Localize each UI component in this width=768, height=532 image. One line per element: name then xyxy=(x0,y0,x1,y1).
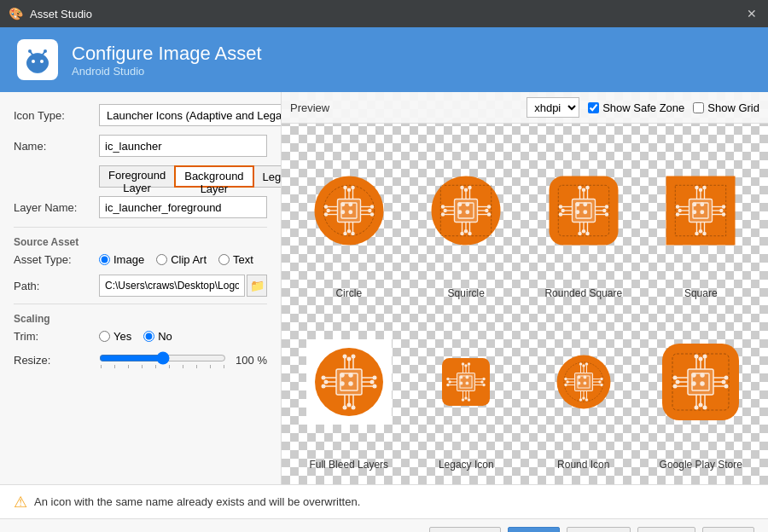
svg-point-216 xyxy=(579,363,583,367)
svg-point-192 xyxy=(480,381,484,385)
svg-point-70 xyxy=(458,211,462,214)
svg-point-67 xyxy=(487,212,492,217)
path-browse-button[interactable]: 📁 xyxy=(247,275,267,297)
background-layer-tab[interactable]: Background Layer xyxy=(174,165,253,188)
svg-point-126 xyxy=(678,209,683,213)
next-button[interactable]: Next xyxy=(508,527,560,533)
svg-point-191 xyxy=(447,384,451,387)
header-subtitle: Android Studio xyxy=(72,65,262,78)
svg-point-135 xyxy=(701,211,704,214)
preview-icon-name: Rounded Square xyxy=(544,287,622,299)
layer-name-input[interactable] xyxy=(99,196,267,218)
svg-point-189 xyxy=(449,381,452,385)
svg-point-71 xyxy=(466,211,469,214)
svg-point-124 xyxy=(695,232,700,236)
svg-point-152 xyxy=(346,357,351,361)
divider-1 xyxy=(14,227,267,228)
show-grid-checkbox[interactable]: Show Grid xyxy=(693,101,759,114)
svg-point-92 xyxy=(578,232,582,236)
trim-no[interactable]: No xyxy=(143,330,172,343)
svg-point-68 xyxy=(458,203,462,206)
svg-point-123 xyxy=(699,229,703,234)
svg-point-99 xyxy=(605,212,609,217)
trim-no-radio[interactable] xyxy=(143,331,154,342)
asset-type-text-radio[interactable] xyxy=(218,254,230,265)
density-select[interactable]: xhdpi xyxy=(527,97,579,118)
previous-button[interactable]: Previous xyxy=(429,527,502,533)
warning-text: An icon with the same name already exist… xyxy=(34,495,360,508)
svg-point-98 xyxy=(605,205,609,209)
svg-point-88 xyxy=(582,188,586,192)
preview-icon-wrap xyxy=(413,309,521,456)
trim-yes-radio[interactable] xyxy=(99,331,110,342)
svg-point-220 xyxy=(585,399,589,402)
resize-slider-wrap xyxy=(99,351,226,368)
svg-point-183 xyxy=(465,365,468,368)
resize-row: Resize: 100 % xyxy=(14,351,267,368)
svg-point-132 xyxy=(693,203,696,206)
preview-icon-wrap xyxy=(295,309,403,456)
asset-type-image[interactable]: Image xyxy=(99,253,144,266)
legacy-tab[interactable]: Legacy xyxy=(254,165,282,188)
svg-point-165 xyxy=(349,373,352,377)
tick xyxy=(183,365,183,368)
trim-yes[interactable]: Yes xyxy=(99,330,131,343)
svg-point-30 xyxy=(351,232,355,236)
svg-point-27 xyxy=(351,186,355,190)
app-icon: 🎨 xyxy=(9,7,23,20)
name-input[interactable] xyxy=(99,135,267,157)
preview-cell-full-bleed: Full Bleed Layers xyxy=(290,304,408,477)
svg-point-4 xyxy=(40,60,44,63)
svg-point-250 xyxy=(699,403,703,408)
svg-point-26 xyxy=(343,186,347,190)
svg-point-262 xyxy=(701,382,704,385)
preview-icon-round-icon xyxy=(554,352,614,412)
preview-icon-rounded-square xyxy=(545,172,622,249)
close-button[interactable]: ✕ xyxy=(744,6,759,21)
svg-point-225 xyxy=(600,378,603,381)
resize-slider[interactable] xyxy=(99,351,226,365)
svg-point-127 xyxy=(676,205,680,209)
preview-icon-wrap xyxy=(530,309,637,456)
svg-point-129 xyxy=(719,209,724,213)
preview-label: Preview xyxy=(290,101,329,114)
svg-point-37 xyxy=(341,203,345,206)
cancel-button[interactable]: Cancel xyxy=(567,527,630,533)
svg-point-257 xyxy=(724,376,729,380)
preview-icon-name: Round Icon xyxy=(557,459,609,471)
preview-icon-name: Circle xyxy=(335,287,362,299)
show-safe-zone-checkbox[interactable]: Show Safe Zone xyxy=(588,101,684,114)
svg-point-122 xyxy=(703,186,707,190)
svg-point-154 xyxy=(351,355,355,359)
preview-toolbar: Preview xhdpi Show Safe Zone Show Grid xyxy=(282,92,768,124)
svg-point-38 xyxy=(349,203,352,206)
path-input[interactable] xyxy=(99,275,245,297)
icon-type-select[interactable]: Launcher Icons (Adaptive and Legacy) xyxy=(99,104,282,126)
preview-icon-wrap xyxy=(648,137,755,284)
grid-input[interactable] xyxy=(693,102,704,113)
foreground-layer-tab[interactable]: Foreground Layer xyxy=(99,165,174,188)
title-bar-text: Asset Studio xyxy=(30,8,92,20)
tick xyxy=(101,365,102,368)
svg-point-196 xyxy=(466,376,468,379)
tick xyxy=(169,365,170,368)
asset-type-text[interactable]: Text xyxy=(218,253,253,266)
asset-type-image-radio[interactable] xyxy=(99,254,110,265)
finish-button[interactable]: Finish xyxy=(637,527,696,533)
svg-point-8 xyxy=(44,49,47,53)
svg-point-219 xyxy=(579,399,583,402)
svg-point-155 xyxy=(346,403,351,408)
asset-type-clipart-radio[interactable] xyxy=(156,254,167,265)
svg-point-260 xyxy=(701,373,704,377)
safe-zone-input[interactable] xyxy=(588,102,599,113)
svg-point-222 xyxy=(564,378,567,381)
name-row: Name: xyxy=(14,135,267,157)
asset-type-clipart[interactable]: Clip Art xyxy=(156,253,207,266)
preview-icon-name: Squircle xyxy=(448,287,485,299)
layer-name-label: Layer Name: xyxy=(14,201,99,214)
svg-point-228 xyxy=(584,376,586,379)
svg-point-259 xyxy=(692,373,695,377)
svg-point-120 xyxy=(699,188,703,192)
right-panel: Preview xhdpi Show Safe Zone Show Grid C… xyxy=(282,92,768,484)
help-button[interactable]: Help xyxy=(702,527,754,533)
